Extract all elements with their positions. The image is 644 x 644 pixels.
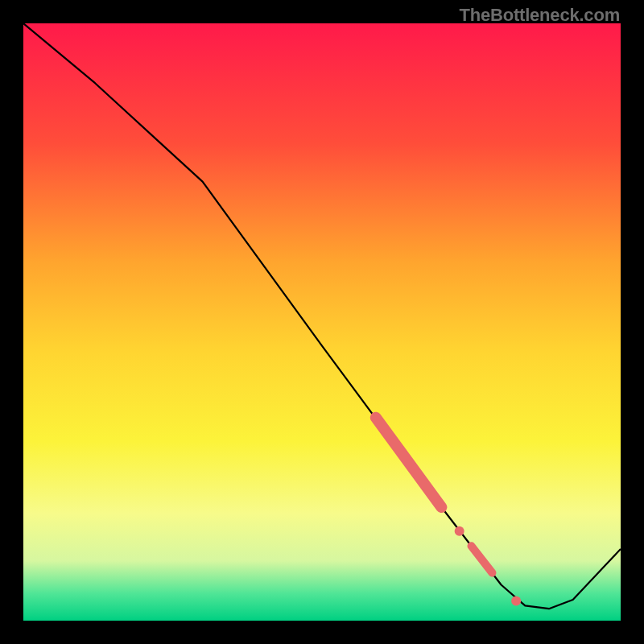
plot-area [23, 23, 621, 621]
gradient-background [23, 23, 621, 621]
chart-svg [23, 23, 621, 621]
highlight-dot-3 [511, 597, 521, 606]
chart-frame: TheBottleneck.com [0, 0, 644, 644]
highlight-dot-1 [455, 526, 464, 536]
